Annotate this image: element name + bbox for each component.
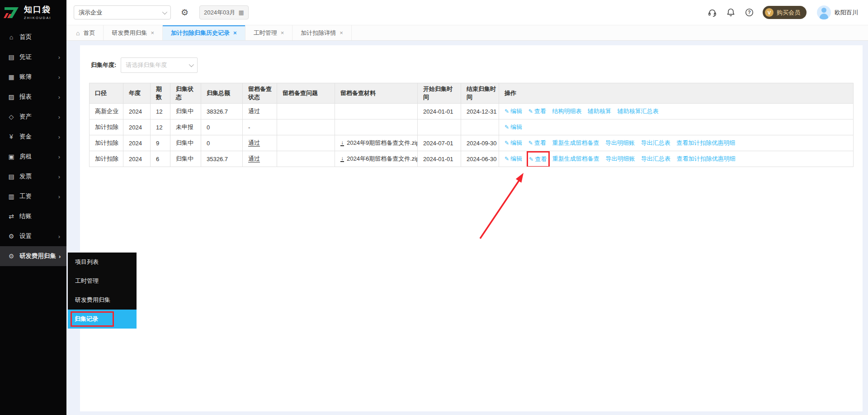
chevron-right-icon: › xyxy=(58,134,60,140)
close-icon[interactable]: × xyxy=(233,29,237,36)
brand-title: 知口袋 xyxy=(24,4,52,15)
sidebar-item-rd-expense[interactable]: ⚙研发费用归集› xyxy=(0,246,66,266)
action-view-deduction-detail-link[interactable]: 查看加计扣除优惠明细 xyxy=(677,155,736,163)
table-row: 加计扣除 2024 9 归集中 0 通过 ↓2024年9期留档备查文件.zip … xyxy=(90,135,854,151)
action-regenerate-archive-link[interactable]: 重新生成留档备查 xyxy=(552,139,599,147)
action-edit-link[interactable]: ✎编辑 xyxy=(505,107,522,115)
cell-review-file: ↓2024年6期留档备查文件.zip xyxy=(335,151,418,167)
close-icon[interactable]: × xyxy=(281,29,284,36)
flyout-item-rd-expense[interactable]: 研发费用归集 xyxy=(68,291,137,310)
cell-periods: 6 xyxy=(151,151,170,167)
cell-actions: ✎编辑 xyxy=(499,119,854,135)
tab-work-hours[interactable]: 工时管理 × xyxy=(245,25,293,40)
edit-icon: ✎ xyxy=(505,156,509,162)
download-icon: ↓ xyxy=(340,140,344,146)
sidebar: 知口袋 ZHIKOUDAI ⌂首页 ▤凭证› ▦账簿› ▨报表› ◇资产› ¥资… xyxy=(0,0,66,415)
action-export-summary-link[interactable]: 导出汇总表 xyxy=(641,155,670,163)
tabbar: ⌂ 首页 研发费用归集 × 加计扣除归集历史记录 × 工时管理 × 加计扣除详情… xyxy=(66,25,868,41)
tab-deduction-history[interactable]: 加计扣除归集历史记录 × xyxy=(163,25,245,40)
cell-review-file: ↓2024年9期留档备查文件.zip xyxy=(335,135,418,151)
action-view-link-highlighted[interactable]: ✎查看 xyxy=(529,155,547,163)
action-export-summary-link[interactable]: 导出汇总表 xyxy=(641,139,670,147)
help-icon[interactable]: ? xyxy=(744,8,754,18)
action-view-link[interactable]: ✎查看 xyxy=(528,139,546,147)
user-menu[interactable]: 欧阳百川 xyxy=(817,5,858,19)
table-row: 加计扣除 2024 12 未申报 0 - ✎编辑 xyxy=(90,119,854,135)
col-actions: 操作 xyxy=(499,83,854,104)
cell-review-status[interactable]: 通过 xyxy=(243,151,277,167)
tab-home[interactable]: ⌂ 首页 xyxy=(67,25,104,40)
sidebar-item-rent[interactable]: ▣房租› xyxy=(0,147,66,167)
close-icon[interactable]: × xyxy=(340,29,343,36)
action-view-link[interactable]: ✎查看 xyxy=(528,107,546,115)
settings-gear-icon[interactable]: ⚙ xyxy=(181,7,189,18)
cell-periods: 12 xyxy=(151,119,170,135)
chevron-right-icon: › xyxy=(58,233,60,240)
chevron-right-icon: › xyxy=(58,173,60,180)
cell-actions: ✎编辑 ✎查看 重新生成留档备查 导出明细账 导出汇总表 查看加计扣除优惠明细 xyxy=(499,135,854,151)
app-root: 知口袋 ZHIKOUDAI ⌂首页 ▤凭证› ▦账簿› ▨报表› ◇资产› ¥资… xyxy=(0,0,868,415)
zip-download-link[interactable]: ↓2024年6期留档备查文件.zip xyxy=(340,155,418,163)
sidebar-item-invoice[interactable]: ▤发票› xyxy=(0,167,66,186)
home-icon: ⌂ xyxy=(76,29,80,37)
history-table: 口径 年度 期数 归集状态 归集总额 留档备查状态 留档备查问题 留档备查材料 … xyxy=(89,83,854,167)
action-structure-detail-link[interactable]: 结构明细表 xyxy=(552,107,581,115)
cell-caliber: 加计扣除 xyxy=(90,135,123,151)
edit-icon: ✎ xyxy=(505,124,509,130)
notification-bell-icon[interactable] xyxy=(726,8,736,18)
salary-icon: ▥ xyxy=(7,193,15,200)
sidebar-item-settings[interactable]: ⚙设置› xyxy=(0,226,66,246)
action-export-detail-link[interactable]: 导出明细账 xyxy=(605,139,635,147)
cell-actions: ✎编辑 ✎查看 结构明细表 辅助核算 辅助核算汇总表 xyxy=(499,104,854,119)
period-picker[interactable]: 2024年03月 ▦ xyxy=(199,5,249,19)
zip-download-link[interactable]: ↓2024年9期留档备查文件.zip xyxy=(340,139,418,147)
close-icon[interactable]: × xyxy=(151,29,154,36)
support-headset-icon[interactable] xyxy=(707,8,717,18)
chevron-right-icon: › xyxy=(59,253,61,260)
sidebar-item-voucher[interactable]: ▤凭证› xyxy=(0,47,66,67)
action-edit-link[interactable]: ✎编辑 xyxy=(505,155,522,163)
cell-review-status[interactable]: 通过 xyxy=(243,135,277,151)
sidebar-item-settle[interactable]: ⇄结账 xyxy=(0,206,66,226)
col-status: 归集状态 xyxy=(170,83,201,104)
cell-end-time xyxy=(461,119,499,135)
cell-start-time: 2024-01-01 xyxy=(418,104,461,119)
sidebar-item-funds[interactable]: ¥资金› xyxy=(0,127,66,147)
cell-start-time: 2024-07-01 xyxy=(418,135,461,151)
gear-solid-icon: ⚙ xyxy=(7,253,15,260)
action-export-detail-link[interactable]: 导出明细账 xyxy=(605,155,635,163)
collection-year-label: 归集年度: xyxy=(91,61,116,69)
sidebar-item-home[interactable]: ⌂首页 xyxy=(0,27,66,47)
chevron-right-icon: › xyxy=(58,94,60,100)
cell-review-status: - xyxy=(243,119,277,135)
brand-subtitle: ZHIKOUDAI xyxy=(24,16,52,20)
action-aux-summary-link[interactable]: 辅助核算汇总表 xyxy=(618,107,659,115)
cell-total: 0 xyxy=(201,135,243,151)
action-edit-link[interactable]: ✎编辑 xyxy=(505,139,522,147)
chevron-right-icon: › xyxy=(58,74,60,81)
action-aux-accounting-link[interactable]: 辅助核算 xyxy=(588,107,611,115)
topbar: 演示企业 ⚙ 2024年03月 ▦ xyxy=(66,0,868,25)
collection-year-select[interactable]: 请选择归集年度 xyxy=(121,57,198,73)
action-view-deduction-detail-link[interactable]: 查看加计扣除优惠明细 xyxy=(676,139,735,147)
sidebar-item-salary[interactable]: ▥工资› xyxy=(0,186,66,206)
company-select[interactable]: 演示企业 xyxy=(74,5,171,19)
tab-rd-expense[interactable]: 研发费用归集 × xyxy=(104,25,163,40)
action-regenerate-archive-link[interactable]: 重新生成留档备查 xyxy=(552,155,599,163)
sidebar-item-report[interactable]: ▨报表› xyxy=(0,87,66,107)
sidebar-item-asset[interactable]: ◇资产› xyxy=(0,107,66,127)
action-edit-link[interactable]: ✎编辑 xyxy=(505,123,522,131)
rent-icon: ▣ xyxy=(7,153,15,160)
buy-vip-button[interactable]: V 购买会员 xyxy=(763,6,807,19)
cell-caliber: 加计扣除 xyxy=(90,151,123,167)
svg-text:?: ? xyxy=(748,10,750,15)
flyout-item-project-list[interactable]: 项目列表 xyxy=(68,253,137,272)
flyout-item-work-hours[interactable]: 工时管理 xyxy=(68,272,137,291)
sidebar-item-ledger[interactable]: ▦账簿› xyxy=(0,67,66,87)
vip-badge-icon: V xyxy=(765,8,774,17)
tab-deduction-detail[interactable]: 加计扣除详情 × xyxy=(292,25,352,40)
col-periods: 期数 xyxy=(151,83,170,104)
flyout-item-collection-records[interactable]: 归集记录 xyxy=(68,310,137,329)
col-end-time: 结束归集时间 xyxy=(461,83,499,104)
content-card: 归集年度: 请选择归集年度 口径 年度 期数 归集状态 归集总额 留档备查状态 xyxy=(80,45,863,411)
